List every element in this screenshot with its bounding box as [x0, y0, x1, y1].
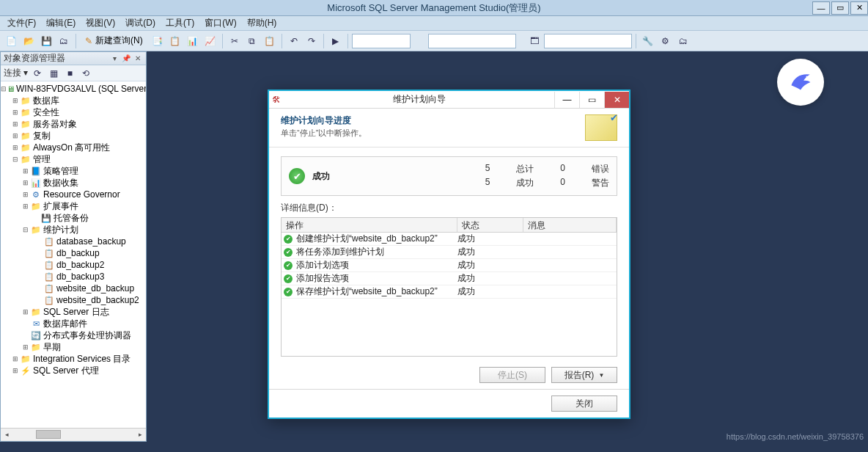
tree-security[interactable]: ⊞📁安全性	[1, 106, 146, 118]
oe-dropdown-icon[interactable]: ▾	[109, 54, 119, 64]
exec-icon[interactable]: ▶	[328, 33, 344, 49]
grid-row[interactable]: ✔添加计划选项成功	[282, 259, 617, 272]
tree-dbmail[interactable]: ✉数据库邮件	[1, 318, 146, 329]
tree-datacollect[interactable]: ⊞📊数据收集	[1, 177, 146, 189]
menu-window[interactable]: 窗口(W)	[200, 15, 240, 31]
toolbar-separator	[76, 34, 76, 48]
tb-icon-1[interactable]: 📑	[150, 33, 166, 49]
oe-refresh-icon[interactable]: ⟳	[31, 67, 44, 80]
scroll-left-icon[interactable]: ◂	[1, 429, 12, 440]
tree-databases[interactable]: ⊞📁数据库	[1, 95, 146, 106]
open-icon[interactable]: 📂	[21, 33, 37, 49]
menu-view[interactable]: 视图(V)	[81, 15, 119, 31]
tree-plan-1[interactable]: 📋database_backup	[1, 236, 146, 247]
tb-icon-4[interactable]: 📈	[202, 33, 218, 49]
dialog-header: 维护计划向导进度 单击“停止”以中断操作。	[269, 109, 629, 147]
row-op: 将任务添加到维护计划	[295, 246, 457, 258]
tb-icon-2[interactable]: 📋	[167, 33, 183, 49]
combo-2[interactable]	[428, 34, 516, 48]
oe-title-text: 对象资源管理器	[4, 52, 65, 65]
tree-plan-3[interactable]: 📋db_backup2	[1, 259, 146, 271]
tree-plan-6[interactable]: 📋website_db_backup2	[1, 294, 146, 306]
new-query-button[interactable]: ✎新建查询(N)	[80, 33, 148, 49]
oe-tree[interactable]: ⊟🖥WIN-83FVDG3ALVL (SQL Server 12.0. ⊞📁数据…	[1, 81, 146, 428]
tree-alwayson[interactable]: ⊞📁AlwaysOn 高可用性	[1, 142, 146, 153]
redo-icon[interactable]: ↷	[304, 33, 320, 49]
tree-replication[interactable]: ⊞📁复制	[1, 130, 146, 142]
paste-icon[interactable]: 📋	[262, 33, 278, 49]
oe-pin-icon[interactable]: 📌	[121, 54, 131, 64]
dialog-maximize-button[interactable]: ▭	[579, 92, 604, 108]
tree-management[interactable]: ⊟📁管理	[1, 153, 146, 165]
tree-plan-4[interactable]: 📋db_backup3	[1, 271, 146, 282]
warn-label: 警告	[592, 177, 609, 189]
row-ok-icon: ✔	[284, 261, 293, 270]
tree-dtc[interactable]: 🔄分布式事务处理协调器	[1, 329, 146, 341]
tree-server-objects[interactable]: ⊞📁服务器对象	[1, 118, 146, 130]
scroll-right-icon[interactable]: ▸	[134, 429, 146, 440]
tree-legacy[interactable]: ⊞📁早期	[1, 341, 146, 353]
tb-icon-6[interactable]: 🔧	[640, 33, 656, 49]
tree-xevents[interactable]: ⊞📁扩展事件	[1, 200, 146, 212]
close-dialog-button[interactable]: 关闭	[551, 396, 617, 412]
oe-close-icon[interactable]: ✕	[133, 54, 143, 64]
toolbar-separator	[282, 34, 282, 48]
scroll-thumb[interactable]	[36, 430, 61, 439]
tb-icon-5[interactable]: 🗔	[526, 33, 542, 49]
row-op: 添加报告选项	[295, 272, 457, 285]
oe-hscrollbar[interactable]: ◂ ▸	[1, 428, 146, 441]
tree-resgov[interactable]: ⊞⚙Resource Governor	[1, 189, 146, 200]
dialog-close-button[interactable]: ✕	[604, 92, 629, 108]
menu-edit[interactable]: 编辑(E)	[42, 15, 80, 31]
tree-policy[interactable]: ⊞📘策略管理	[1, 165, 146, 177]
grid-header: 操作 状态 消息	[282, 218, 617, 233]
menu-file[interactable]: 文件(F)	[3, 15, 40, 31]
row-status: 成功	[457, 272, 523, 285]
tree-managed-backup[interactable]: 💾托管备份	[1, 212, 146, 224]
close-button[interactable]: ✕	[850, 1, 868, 15]
menu-debug[interactable]: 调试(D)	[121, 15, 160, 31]
stop-button: 停止(S)	[479, 367, 545, 383]
tree-plan-2[interactable]: 📋db_backup	[1, 247, 146, 259]
dialog-icon: 🛠	[269, 95, 284, 105]
combo-3[interactable]	[544, 34, 632, 48]
tree-agent[interactable]: ⊞⚡SQL Server 代理	[1, 365, 146, 376]
grid-row[interactable]: ✔创建维护计划“website_db_backup2”成功	[282, 233, 617, 246]
tree-sqllogs[interactable]: ⊞📁SQL Server 日志	[1, 306, 146, 318]
wizard-header-icon	[585, 114, 617, 141]
new-project-icon[interactable]: 📄	[3, 33, 19, 49]
details-grid[interactable]: 操作 状态 消息 ✔创建维护计划“website_db_backup2”成功 ✔…	[281, 217, 617, 357]
oe-stop-icon[interactable]: ■	[63, 67, 76, 80]
status-panel: ✔ 成功 5总计 0错误 5成功 0警告	[281, 156, 617, 196]
save-icon[interactable]: 💾	[38, 33, 54, 49]
tb-icon-7[interactable]: ⚙	[658, 33, 674, 49]
oe-tb-icon[interactable]: ⟲	[79, 67, 92, 80]
tb-icon-8[interactable]: 🗂	[675, 33, 691, 49]
grid-row[interactable]: ✔添加报告选项成功	[282, 272, 617, 285]
report-button[interactable]: 报告(R)▼	[551, 367, 617, 383]
dialog-heading: 维护计划向导进度	[281, 114, 585, 127]
logo-badge	[777, 59, 824, 106]
grid-row[interactable]: ✔保存维护计划“website_db_backup2”成功	[282, 285, 617, 299]
undo-icon[interactable]: ↶	[286, 33, 302, 49]
tree-plan-5[interactable]: 📋website_db_backup	[1, 282, 146, 294]
main-toolbar: 📄 📂 💾 🗂 ✎新建查询(N) 📑 📋 📊 📈 ✂ ⧉ 📋 ↶ ↷ ▶ 🗔 🔧…	[0, 31, 868, 51]
tb-icon-3[interactable]: 📊	[185, 33, 201, 49]
maximize-button[interactable]: ▭	[831, 1, 849, 15]
oe-connect-button[interactable]: 连接 ▾	[4, 67, 28, 79]
success-label: 成功	[516, 177, 534, 189]
tree-maint-plans[interactable]: ⊟📁维护计划	[1, 224, 146, 236]
menu-help[interactable]: 帮助(H)	[243, 15, 282, 31]
minimize-button[interactable]: —	[812, 1, 830, 15]
tree-is[interactable]: ⊞📁Integration Services 目录	[1, 353, 146, 365]
grid-row[interactable]: ✔将任务添加到维护计划成功	[282, 246, 617, 259]
database-combo[interactable]	[352, 34, 411, 48]
tree-server[interactable]: ⊟🖥WIN-83FVDG3ALVL (SQL Server 12.0.	[1, 83, 146, 95]
object-explorer-panel: 对象资源管理器 ▾ 📌 ✕ 连接 ▾ ⟳ ▦ ■ ⟲ ⊟🖥WIN-83FVDG3…	[0, 51, 147, 442]
cut-icon[interactable]: ✂	[227, 33, 243, 49]
dialog-minimize-button[interactable]: —	[554, 92, 579, 108]
saveall-icon[interactable]: 🗂	[56, 33, 72, 49]
copy-icon[interactable]: ⧉	[244, 33, 260, 49]
menu-tools[interactable]: 工具(T)	[161, 15, 199, 31]
oe-filter-icon[interactable]: ▦	[47, 67, 60, 80]
